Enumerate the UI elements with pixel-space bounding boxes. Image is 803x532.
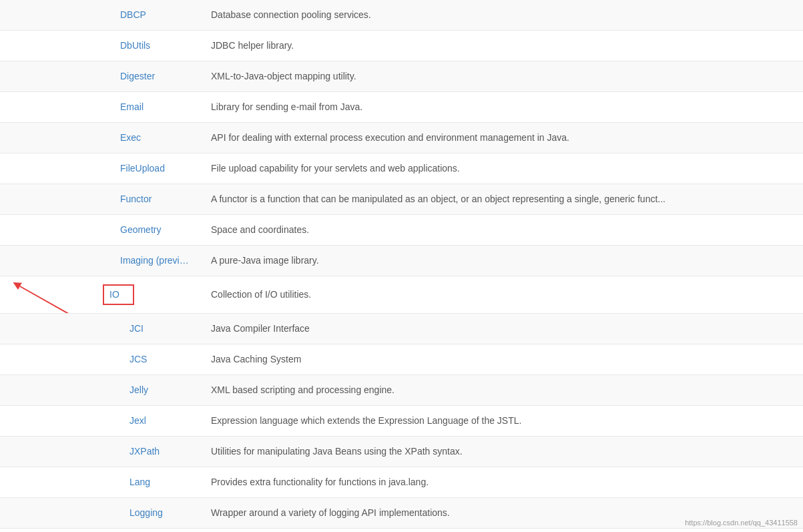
row-desc-jexl: Expression language which extends the Ex…: [200, 406, 803, 437]
row-name-fileupload[interactable]: FileUpload: [0, 154, 200, 184]
row-name-io[interactable]: IO选择IO: [0, 276, 200, 314]
link-dbutils[interactable]: DbUtils: [120, 40, 150, 51]
link-jelly[interactable]: Jelly: [129, 384, 148, 395]
row-desc-fileupload: File upload capability for your servlets…: [200, 154, 803, 184]
row-desc-imaging-(previously-called-sanselan): A pure-Java image library.: [200, 246, 803, 276]
row-name-logging[interactable]: Logging: [0, 498, 200, 529]
row-name-jexl[interactable]: Jexl: [0, 406, 200, 437]
row-desc-functor: A functor is a function that can be mani…: [200, 184, 803, 215]
row-desc-dbcp: Database connection pooling services.: [200, 0, 803, 31]
link-functor[interactable]: Functor: [120, 194, 152, 204]
link-geometry[interactable]: Geometry: [120, 224, 161, 235]
link-digester[interactable]: Digester: [120, 71, 155, 81]
link-jci[interactable]: JCI: [129, 323, 144, 334]
row-desc-dbutils: JDBC helper library.: [200, 31, 803, 61]
row-desc-jelly: XML based scripting and processing engin…: [200, 375, 803, 406]
watermark: https://blog.csdn.net/qq_43411558: [685, 519, 798, 527]
row-name-digester[interactable]: Digester: [0, 61, 200, 92]
link-imaging--previously-called-sanselan-[interactable]: Imaging (previously called Sanselan): [120, 255, 200, 266]
row-desc-jxpath: Utilities for manipulating Java Beans us…: [200, 437, 803, 467]
link-email[interactable]: Email: [120, 101, 144, 112]
row-name-jelly[interactable]: Jelly: [0, 375, 200, 406]
row-name-imaging-(previously-called-sanselan)[interactable]: Imaging (previously called Sanselan): [0, 246, 200, 276]
link-lang[interactable]: Lang: [129, 477, 150, 487]
link-logging[interactable]: Logging: [129, 507, 163, 518]
row-desc-io: Collection of I/O utilities.: [200, 276, 803, 314]
link-exec[interactable]: Exec: [120, 132, 141, 143]
row-desc-digester: XML-to-Java-object mapping utility.: [200, 61, 803, 92]
row-desc-geometry: Space and coordinates.: [200, 215, 803, 246]
row-name-email[interactable]: Email: [0, 92, 200, 123]
row-name-functor[interactable]: Functor: [0, 184, 200, 215]
row-name-dbcp[interactable]: DBCP: [0, 0, 200, 31]
row-name-jxpath[interactable]: JXPath: [0, 437, 200, 467]
row-desc-jci: Java Compiler Interface: [200, 314, 803, 344]
row-desc-exec: API for dealing with external process ex…: [200, 123, 803, 154]
row-desc-lang: Provides extra functionality for functio…: [200, 467, 803, 498]
link-fileupload[interactable]: FileUpload: [120, 163, 165, 174]
row-name-jcs[interactable]: JCS: [0, 344, 200, 375]
link-dbcp[interactable]: DBCP: [120, 9, 146, 20]
row-name-geometry[interactable]: Geometry: [0, 215, 200, 246]
row-name-dbutils[interactable]: DbUtils: [0, 31, 200, 61]
link-jcs[interactable]: JCS: [129, 354, 147, 364]
row-name-jci[interactable]: JCI: [0, 314, 200, 344]
row-desc-jcs: Java Caching System: [200, 344, 803, 375]
link-jexl[interactable]: Jexl: [129, 415, 146, 426]
row-name-exec[interactable]: Exec: [0, 123, 200, 154]
row-name-lang[interactable]: Lang: [0, 467, 200, 498]
link-jxpath[interactable]: JXPath: [129, 446, 160, 457]
link-io[interactable]: IO: [109, 289, 119, 300]
row-desc-email: Library for sending e-mail from Java.: [200, 92, 803, 123]
